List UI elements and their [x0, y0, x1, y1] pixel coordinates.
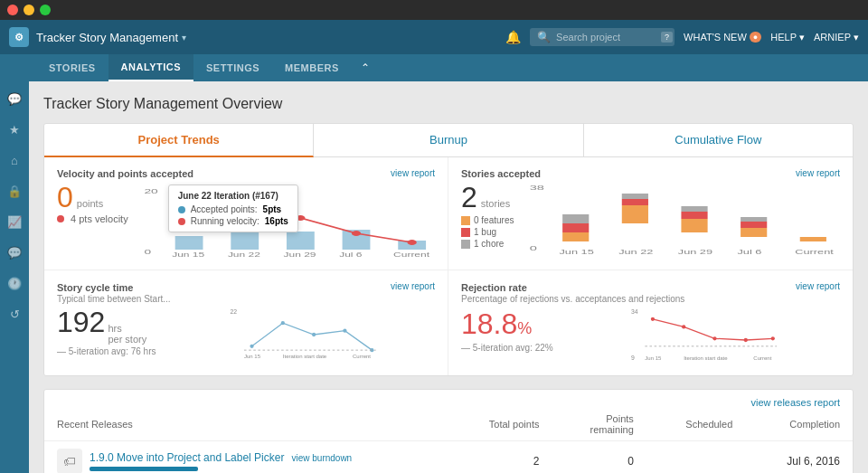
rejection-avg: — 5-iteration avg: 22%	[461, 343, 553, 353]
sidebar-chat-icon[interactable]: 💬	[5, 89, 24, 109]
release-progress-bar	[90, 467, 198, 471]
close-button[interactable]	[7, 5, 18, 15]
nav-collapse-icon[interactable]: ⌃	[361, 61, 370, 74]
nav-stories[interactable]: STORIES	[36, 54, 108, 81]
whats-new-button[interactable]: WHAT'S NEW ●	[684, 32, 761, 43]
col-total-points: Total points	[448, 408, 552, 441]
cycle-view-report[interactable]: view report	[391, 281, 435, 291]
sidebar-home-icon[interactable]: ⌂	[5, 150, 24, 170]
velocity-tooltip: June 22 Iteration (#167) Accepted points…	[168, 184, 298, 232]
main-content: Tracker Story Management Overview Projec…	[29, 81, 868, 473]
svg-rect-20	[563, 223, 590, 232]
user-menu-button[interactable]: ARNIEP ▾	[814, 32, 859, 43]
title-bar	[0, 0, 868, 20]
maximize-button[interactable]	[40, 5, 51, 15]
cycle-per-story: per story	[108, 334, 146, 345]
velocity-view-report[interactable]: view report	[391, 168, 435, 178]
tab-burnup[interactable]: Burnup	[314, 124, 583, 156]
svg-text:Jun 22: Jun 22	[619, 249, 655, 255]
releases-table: Recent Releases Total points Pointsremai…	[44, 408, 853, 473]
svg-rect-24	[622, 194, 648, 199]
svg-text:20: 20	[144, 187, 157, 195]
logo-icon: ⚙	[9, 27, 29, 47]
stories-title: Stories accepted	[461, 168, 541, 179]
help-button[interactable]: HELP ▾	[770, 32, 805, 43]
tab-cumulative-flow[interactable]: Cumulative Flow	[584, 124, 853, 156]
nav-members[interactable]: MEMBERS	[272, 54, 352, 81]
sidebar: 💬 ★ ⌂ 🔒 📈 💬 🕐 ↺	[0, 81, 29, 473]
rejection-view-report[interactable]: view report	[796, 281, 840, 291]
svg-point-10	[352, 231, 361, 236]
svg-rect-27	[682, 206, 708, 212]
svg-rect-22	[622, 205, 648, 223]
view-burndown-link[interactable]: view burndown	[291, 453, 352, 463]
sidebar-clock-icon[interactable]: 🕐	[5, 273, 24, 293]
analytics-grid: Velocity and points accepted view report…	[44, 157, 853, 375]
page-title: Tracker Story Management Overview	[43, 96, 854, 112]
scheduled-cell	[646, 441, 745, 474]
sidebar-analytics-icon[interactable]: 📈	[5, 212, 24, 232]
stories-cell: Stories accepted view report 2 stories	[448, 157, 853, 270]
sidebar-comments-icon[interactable]: 💬	[5, 242, 24, 262]
svg-point-40	[311, 333, 315, 336]
svg-text:Jul 6: Jul 6	[738, 249, 762, 255]
nav-bar: STORIES ANALYTICS SETTINGS MEMBERS ⌃	[0, 54, 868, 81]
svg-text:9: 9	[631, 355, 635, 361]
svg-rect-2	[175, 236, 203, 250]
rejection-header: Rejection rate Percentage of rejections …	[461, 281, 840, 304]
tab-project-trends[interactable]: Project Trends	[44, 124, 314, 157]
tabs: Project Trends Burnup Cumulative Flow	[44, 124, 853, 157]
nav-analytics[interactable]: ANALYTICS	[108, 54, 193, 81]
tooltip-dot-2	[178, 218, 185, 225]
velocity-header: Velocity and points accepted view report	[57, 168, 435, 179]
nav-settings[interactable]: SETTINGS	[193, 54, 272, 81]
svg-text:22: 22	[230, 308, 237, 315]
svg-text:0: 0	[530, 244, 538, 252]
release-name[interactable]: 1.9.0 Move into Project and Label Picker	[90, 451, 284, 464]
stories-view-report[interactable]: view report	[796, 168, 840, 178]
releases-report-header: view releases report	[44, 390, 853, 408]
stories-number: 2	[461, 183, 477, 212]
svg-rect-30	[741, 217, 768, 222]
tooltip-title: June 22 Iteration (#167)	[178, 191, 288, 201]
header-right: 🔔 🔍 ? WHAT'S NEW ● HELP ▾ ARNIEP ▾	[505, 28, 859, 46]
sidebar-lock-icon[interactable]: 🔒	[5, 181, 24, 201]
cycle-time-cell: Story cycle time Typical time between St…	[44, 270, 448, 375]
releases-table-header-row: Recent Releases Total points Pointsremai…	[44, 408, 853, 441]
rejection-number: 18.8%	[461, 307, 532, 341]
svg-point-50	[682, 325, 685, 328]
notification-bell-icon[interactable]: 🔔	[505, 30, 521, 44]
svg-rect-28	[741, 228, 768, 237]
velocity-cell: Velocity and points accepted view report…	[44, 157, 448, 270]
app-title-caret[interactable]: ▾	[182, 33, 186, 43]
svg-rect-25	[682, 219, 708, 232]
svg-point-41	[343, 329, 346, 333]
sidebar-star-icon[interactable]: ★	[5, 119, 24, 139]
app-title: Tracker Story Management	[36, 31, 178, 44]
stories-label: stories	[481, 198, 510, 209]
svg-point-39	[280, 321, 284, 325]
app-header: ⚙ Tracker Story Management ▾ 🔔 🔍 ? WHAT'…	[0, 20, 868, 54]
svg-point-38	[250, 345, 253, 348]
svg-text:Jul 6: Jul 6	[339, 251, 363, 259]
svg-point-53	[770, 336, 774, 340]
svg-point-11	[407, 240, 416, 245]
col-scheduled: Scheduled	[646, 408, 745, 441]
svg-text:Jun 15: Jun 15	[645, 355, 662, 361]
svg-text:Jun 22: Jun 22	[228, 251, 260, 259]
sidebar-refresh-icon[interactable]: ↺	[5, 304, 24, 324]
releases-card: view releases report Recent Releases Tot…	[43, 389, 854, 473]
velocity-sub: 4 pts velocity	[57, 213, 128, 224]
search-shortcut: ?	[661, 32, 673, 43]
col-release-name: Recent Releases	[44, 408, 448, 441]
velocity-title: Velocity and points accepted	[57, 168, 193, 179]
svg-text:Jun 29: Jun 29	[283, 251, 316, 259]
cycle-title: Story cycle time	[57, 282, 133, 293]
svg-rect-4	[287, 232, 315, 250]
view-releases-report[interactable]: view releases report	[751, 397, 840, 408]
svg-text:34: 34	[631, 308, 638, 315]
minimize-button[interactable]	[24, 5, 34, 15]
release-name-cell: 🏷 1.9.0 Move into Project and Label Pick…	[44, 441, 448, 474]
tooltip-row-1: Accepted points: 5pts	[178, 204, 288, 214]
search-input[interactable]	[556, 32, 656, 43]
